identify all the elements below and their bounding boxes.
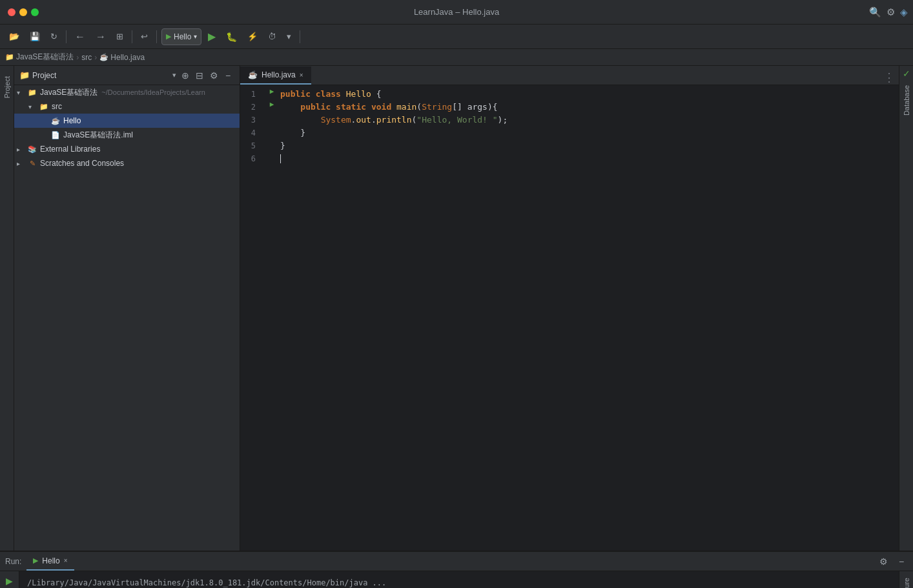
coverage-button[interactable]: ⚡	[243, 28, 262, 45]
gutter-empty-6	[266, 150, 278, 163]
tree-item-root[interactable]: ▾ 📁 JavaSE基础语法 ~/Documents/IdeaProjects/…	[14, 85, 240, 99]
run-tab-label: Hello	[42, 556, 59, 565]
breadcrumb-project-label: JavaSE基础语法	[16, 52, 74, 63]
breadcrumb-file-label: Hello.java	[110, 53, 145, 62]
traffic-lights	[0, 8, 39, 16]
project-tab-label[interactable]: Project	[3, 71, 11, 103]
code-line-4: }	[280, 127, 899, 139]
ext-lib-icon: 📚	[27, 144, 37, 154]
breadcrumb-sep-1: ›	[76, 53, 79, 62]
navigate-button[interactable]: ⊞	[112, 28, 127, 45]
run-indicator-2[interactable]: ▶	[266, 98, 278, 111]
profile-button[interactable]: ⏱	[264, 28, 280, 45]
close-button[interactable]	[8, 8, 15, 16]
run-output: /Library/Java/JavaVirtualMachines/jdk1.8…	[19, 571, 899, 588]
settings-icon[interactable]: ⚙	[887, 6, 895, 18]
tree-item-scratches[interactable]: ▸ ✎ Scratches and Consoles	[14, 156, 240, 170]
src-folder-icon: 📁	[39, 101, 49, 112]
panel-header-title: Project	[32, 71, 167, 80]
iml-file-icon: 📄	[50, 130, 61, 140]
collapse-all-button[interactable]: ⊟	[193, 69, 206, 82]
editor-tab-hello[interactable]: ☕ Hello.java ×	[240, 66, 311, 85]
breadcrumb-src-label: src	[81, 53, 92, 62]
project-panel: 📁 Project ▾ ⊕ ⊟ ⚙ − ▾ 📁 JavaSE基础语法 ~/Doc…	[14, 66, 240, 551]
tree-item-ext-libs[interactable]: ▸ 📚 External Libraries	[14, 142, 240, 156]
breadcrumb-sep-2: ›	[94, 53, 97, 62]
run-config-label: Hello	[174, 32, 191, 41]
root-folder-icon: 📁	[27, 87, 37, 97]
editor-tabs: ☕ Hello.java × ⋮	[240, 66, 899, 85]
code-line-6	[280, 152, 899, 165]
minimize-button[interactable]	[19, 8, 27, 16]
run-right-sidebar: Structure ☰ 📌	[899, 571, 913, 588]
run-settings-button[interactable]: ⚙	[877, 555, 890, 568]
run-panel-label: Run:	[5, 557, 21, 566]
tree-item-src-label: src	[52, 102, 62, 111]
tab-options[interactable]: ⋮	[879, 70, 899, 85]
run-tab-hello[interactable]: ▶ Hello ×	[26, 553, 74, 571]
gutter-empty-5	[266, 137, 278, 150]
search-icon[interactable]: 🔍	[869, 6, 881, 18]
run-left-toolbar: ▶ ⏹ ↑ ↓ ⇌ ⊟ 🖨 🗑	[0, 571, 19, 588]
run-tab-close[interactable]: ×	[64, 557, 68, 564]
panel-settings-button[interactable]: ⚙	[207, 69, 220, 82]
undo-button[interactable]: ↩	[137, 28, 152, 45]
run-config-dropdown[interactable]: ▶ Hello ▾	[161, 28, 201, 45]
code-line-2: public static void main(String[] args){	[280, 101, 899, 114]
tab-filename: Hello.java	[262, 70, 296, 79]
run-output-path: /Library/Java/JavaVirtualMachines/jdk1.8…	[27, 576, 891, 588]
back-button[interactable]: ←	[71, 28, 89, 45]
tab-close-button[interactable]: ×	[300, 72, 303, 79]
tree-item-iml[interactable]: ▸ 📄 JavaSE基础语法.iml	[14, 128, 240, 142]
hide-panel-button[interactable]: −	[221, 69, 234, 82]
run-tab-icon: ▶	[33, 556, 38, 565]
code-editor[interactable]: 1 2 3 4 5 6 ▶ ▶ public class Hello {	[240, 85, 899, 551]
maximize-button[interactable]	[31, 8, 39, 16]
more-run-button[interactable]: ▾	[283, 28, 295, 45]
code-line-1: public class Hello {	[280, 88, 899, 101]
project-sidebar-tab[interactable]: Project	[0, 66, 14, 551]
code-content[interactable]: public class Hello { public static void …	[278, 85, 899, 551]
gutter: ▶ ▶	[266, 85, 278, 551]
tree-item-hello-label: Hello	[63, 116, 81, 125]
separator-1	[66, 30, 67, 43]
line-num-1: 1	[240, 88, 261, 101]
tree-item-hello[interactable]: ▸ ☕ Hello	[14, 114, 240, 128]
save-button[interactable]: 💾	[26, 28, 44, 45]
run-button[interactable]: ▶	[204, 28, 220, 45]
no-errors-icon: ✓	[903, 66, 910, 81]
dropdown-arrow-icon: ▾	[194, 33, 197, 40]
panel-dropdown-icon[interactable]: ▾	[172, 71, 176, 79]
run-indicator-1[interactable]: ▶	[266, 85, 278, 98]
breadcrumb-project[interactable]: 📁 JavaSE基础语法	[5, 52, 74, 63]
jetbrains-icon: ◈	[900, 6, 908, 18]
line-num-2: 2	[240, 101, 261, 114]
project-tree: ▾ 📁 JavaSE基础语法 ~/Documents/IdeaProjects/…	[14, 85, 240, 551]
sync-button[interactable]: ↻	[46, 28, 61, 45]
tree-item-root-label: JavaSE基础语法	[40, 87, 97, 98]
breadcrumb-file[interactable]: ☕ Hello.java	[99, 53, 145, 62]
tree-item-iml-label: JavaSE基础语法.iml	[63, 130, 133, 141]
tree-item-root-path: ~/Documents/IdeaProjects/Learn	[101, 88, 205, 96]
database-label[interactable]: Database	[903, 81, 910, 119]
structure-label[interactable]: Structure	[903, 574, 910, 588]
java-file-icon: ☕	[50, 116, 61, 126]
forward-button[interactable]: →	[92, 28, 110, 45]
tree-arrow-src: ▾	[28, 103, 39, 110]
separator-3	[156, 30, 157, 43]
gutter-empty-3	[266, 111, 278, 124]
right-sidebar: ✓ Database	[899, 66, 913, 551]
run-panel-header: Run: ▶ Hello × ⚙ −	[0, 552, 913, 571]
window-title: LearnJava – Hello.java	[414, 7, 499, 17]
tree-arrow-ext: ▸	[17, 146, 27, 153]
tree-item-src[interactable]: ▾ 📁 src	[14, 99, 240, 114]
debug-button[interactable]: 🐛	[222, 28, 241, 45]
rerun-button[interactable]: ▶	[3, 574, 17, 588]
tree-arrow-scratches: ▸	[17, 160, 27, 167]
breadcrumb-src[interactable]: src	[81, 53, 92, 62]
run-minimize-button[interactable]: −	[895, 555, 908, 568]
open-file-button[interactable]: 📂	[5, 28, 23, 45]
line-num-4: 4	[240, 127, 261, 139]
gutter-empty-4	[266, 124, 278, 137]
locate-file-button[interactable]: ⊕	[179, 69, 192, 82]
